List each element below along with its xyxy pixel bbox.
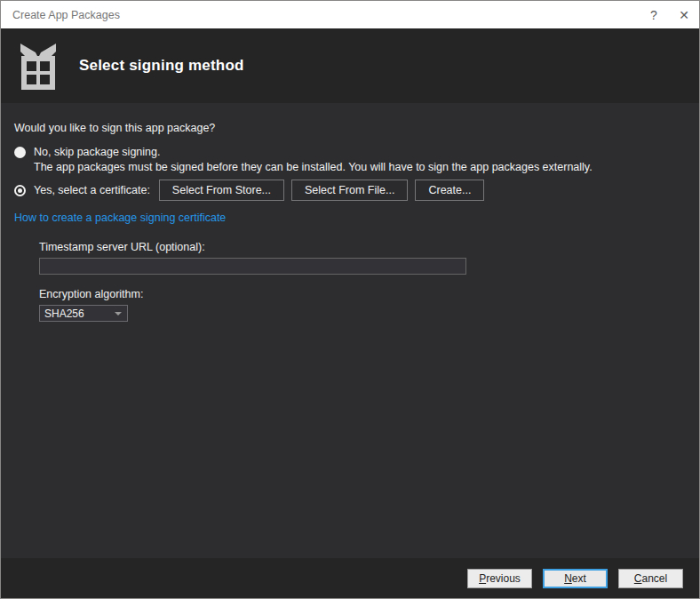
radio-no-description: The app packages must be signed before t… [34,161,686,173]
help-icon[interactable]: ? [639,1,669,28]
next-button[interactable]: Next [543,569,608,588]
sign-question-label: Would you like to sign this app package? [14,122,686,134]
radio-selected-icon[interactable] [14,185,26,196]
window-title: Create App Packages [1,9,639,21]
encryption-algorithm-label: Encryption algorithm: [39,288,686,300]
gift-icon [19,41,58,91]
radio-yes-label[interactable]: Yes, select a certificate: [34,184,150,196]
close-icon[interactable]: ✕ [669,1,699,28]
encryption-section: Encryption algorithm: SHA256 [39,288,686,322]
create-app-packages-dialog: Create App Packages ? ✕ Select signing m… [0,0,700,599]
encryption-algorithm-dropdown[interactable]: SHA256 [39,305,128,322]
window-controls: ? ✕ [639,1,699,28]
main-content: Would you like to sign this app package?… [1,103,699,558]
radio-no-label[interactable]: No, skip package signing. [34,146,160,158]
wizard-header: Select signing method [1,28,699,103]
timestamp-section: Timestamp server URL (optional): [39,241,686,275]
select-from-file-button[interactable]: Select From File... [291,180,408,201]
cancel-button[interactable]: Cancel [618,569,683,588]
create-certificate-button[interactable]: Create... [415,180,484,201]
select-from-store-button[interactable]: Select From Store... [159,180,284,201]
chevron-down-icon [115,312,122,315]
encryption-selected-value: SHA256 [40,307,115,320]
title-bar: Create App Packages ? ✕ [1,1,699,28]
timestamp-url-label: Timestamp server URL (optional): [39,241,686,253]
dialog-footer: Previous Next Cancel [1,558,699,598]
radio-yes-certificate[interactable]: Yes, select a certificate: Select From S… [14,180,686,201]
certificate-help-link[interactable]: How to create a package signing certific… [14,212,226,224]
radio-no-skip-signing[interactable]: No, skip package signing. [14,146,686,158]
radio-unselected-icon[interactable] [14,147,26,158]
page-title: Select signing method [79,57,244,75]
previous-button[interactable]: Previous [467,569,532,588]
timestamp-url-input[interactable] [39,258,466,275]
